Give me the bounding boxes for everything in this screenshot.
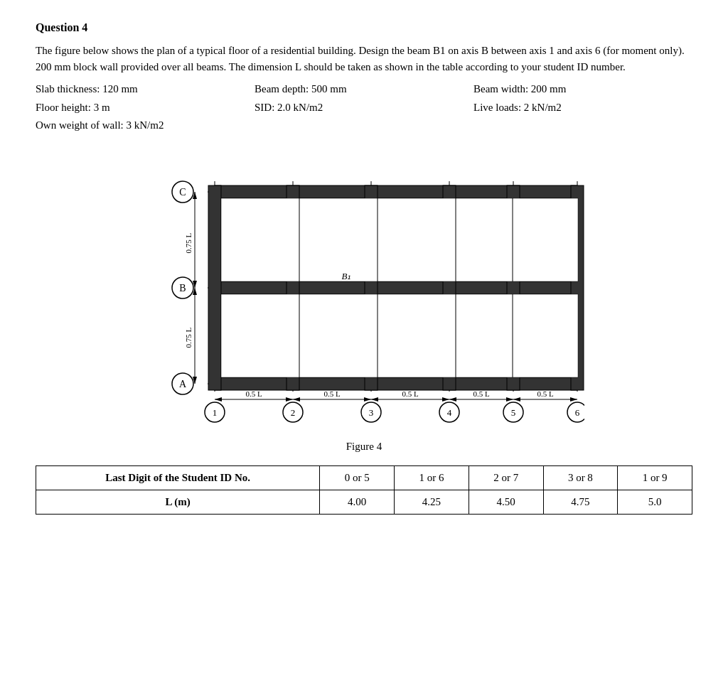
- table-row-L: L (m) 4.00 4.25 4.50 4.75 5.0: [36, 490, 692, 514]
- table-cell-L-0or5: 4.00: [320, 490, 395, 514]
- spec-wall: Own weight of wall: 3 kN/m2: [36, 117, 255, 135]
- col6-label: 6: [575, 407, 580, 418]
- col3-label: 3: [369, 407, 374, 418]
- table-cell-L-2or7: 4.50: [469, 490, 543, 514]
- span5-label: 0.5 L: [537, 389, 554, 398]
- figure-area: C B A 1 2 3 4 5 6 B₁: [144, 149, 584, 434]
- figure-container: C B A 1 2 3 4 5 6 B₁: [36, 149, 692, 434]
- question-title: Question 4: [36, 21, 692, 34]
- svg-marker-44: [215, 397, 222, 402]
- table-header-1or9: 1 or 9: [618, 465, 692, 490]
- spec-sid: SID: 2.0 kN/m2: [255, 99, 473, 117]
- col4-label: 4: [447, 407, 452, 418]
- table-cell-L-1or6: 4.25: [395, 490, 469, 514]
- spec-beam-width: Beam width: 200 mm: [473, 80, 692, 99]
- svg-rect-18: [221, 198, 578, 281]
- table-header-1or6: 1 or 6: [395, 465, 469, 490]
- svg-marker-57: [570, 397, 577, 402]
- svg-rect-11: [215, 377, 577, 390]
- svg-rect-10: [215, 281, 577, 294]
- svg-marker-48: [364, 397, 371, 402]
- table-header-id: Last Digit of the Student ID No.: [36, 465, 320, 490]
- svg-rect-12: [208, 185, 221, 390]
- dim-075L-bottom: 0.75 L: [184, 327, 193, 348]
- svg-rect-9: [215, 185, 577, 198]
- span1-label: 0.5 L: [245, 389, 262, 398]
- table-header-2or7: 2 or 7: [469, 465, 543, 490]
- svg-rect-19: [221, 294, 578, 377]
- span3-label: 0.5 L: [402, 389, 419, 398]
- dim-075L-top: 0.75 L: [184, 232, 193, 253]
- table-cell-L-3or8: 4.75: [543, 490, 618, 514]
- beam-b1-label: B₁: [342, 271, 351, 281]
- svg-marker-45: [286, 397, 293, 402]
- structural-drawing: C B A 1 2 3 4 5 6 B₁: [144, 149, 584, 434]
- col1-label: 1: [213, 407, 218, 418]
- specs-grid: Slab thickness: 120 mm Floor height: 3 m…: [36, 80, 692, 135]
- table-header-0or5: 0 or 5: [320, 465, 395, 490]
- spec-slab: Slab thickness: 120 mm: [36, 80, 255, 99]
- col5-label: 5: [511, 407, 516, 418]
- svg-marker-54: [506, 397, 513, 402]
- svg-marker-47: [293, 397, 300, 402]
- spec-beam-depth: Beam depth: 500 mm: [255, 80, 473, 99]
- table-cell-L-1or9: 5.0: [618, 490, 692, 514]
- spec-live: Live loads: 2 kN/m2: [473, 99, 692, 117]
- svg-marker-51: [442, 397, 449, 402]
- axis-a-label: A: [179, 379, 187, 389]
- svg-marker-50: [371, 397, 378, 402]
- svg-marker-56: [513, 397, 520, 402]
- axis-c-label: C: [179, 187, 186, 198]
- svg-marker-53: [449, 397, 456, 402]
- description-paragraph: The figure below shows the plan of a typ…: [36, 43, 692, 75]
- student-id-table: Last Digit of the Student ID No. 0 or 5 …: [36, 465, 692, 515]
- axis-b-label: B: [179, 283, 186, 294]
- span2-label: 0.5 L: [323, 389, 341, 398]
- spec-floor: Floor height: 3 m: [36, 99, 255, 117]
- figure-caption: Figure 4: [36, 441, 692, 453]
- table-header-3or8: 3 or 8: [543, 465, 618, 490]
- span4-label: 0.5 L: [473, 389, 490, 398]
- col2-label: 2: [291, 407, 296, 418]
- table-cell-L-label: L (m): [36, 490, 320, 514]
